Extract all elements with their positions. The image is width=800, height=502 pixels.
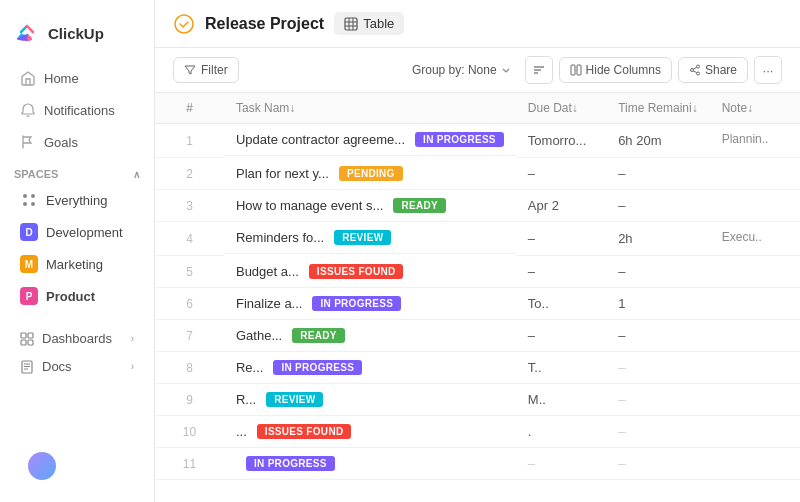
table-row[interactable]: 7Gathe...READY–– — [155, 320, 800, 352]
row-time-remaining: – — [606, 448, 710, 480]
task-name: ... — [236, 424, 247, 439]
sidebar-container: ClickUp Home Notifications Goals Sp — [0, 0, 155, 502]
svg-rect-7 — [28, 340, 33, 345]
svg-rect-5 — [28, 333, 33, 338]
row-time-remaining: 6h 20m — [606, 124, 710, 158]
share-label: Share — [705, 63, 737, 77]
table-row[interactable]: 3How to manage event s...READYApr 2– — [155, 190, 800, 222]
row-task: How to manage event s...READY — [224, 190, 516, 222]
row-notes — [710, 158, 800, 190]
clickup-logo-icon — [14, 20, 40, 46]
flag-icon — [20, 134, 36, 150]
sidebar-item-goals[interactable]: Goals — [6, 127, 148, 157]
status-badge: READY — [393, 198, 446, 213]
row-due-date: – — [516, 448, 606, 480]
svg-line-26 — [693, 67, 696, 69]
share-button[interactable]: Share — [678, 57, 748, 83]
col-header-due[interactable]: Due Dat↓ — [516, 93, 606, 124]
hide-columns-button[interactable]: Hide Columns — [559, 57, 672, 83]
task-name: Update contractor agreeme... — [236, 132, 405, 147]
svg-point-2 — [23, 202, 27, 206]
row-num: 10 — [155, 416, 224, 448]
row-due-date: To.. — [516, 288, 606, 320]
svg-rect-13 — [345, 18, 357, 30]
row-time-remaining: 2h — [606, 222, 710, 256]
row-task: Reminders fo...REVIEW — [224, 222, 516, 254]
svg-point-25 — [690, 69, 693, 72]
table-row[interactable]: 1Update contractor agreeme...IN PROGRESS… — [155, 124, 800, 158]
status-badge: IN PROGRESS — [312, 296, 401, 311]
home-icon — [20, 70, 36, 86]
toolbar: Filter Group by: None — [155, 48, 800, 93]
row-time-remaining: – — [606, 352, 710, 384]
sidebar-item-notifications[interactable]: Notifications — [6, 95, 148, 125]
table-view-tab[interactable]: Table — [334, 12, 404, 35]
sidebar-item-dashboards[interactable]: Dashboards › — [6, 325, 148, 352]
spaces-section-title: Spaces ∧ — [0, 158, 154, 184]
row-time-remaining: – — [606, 384, 710, 416]
product-dot: P — [20, 287, 38, 305]
status-badge: IN PROGRESS — [273, 360, 362, 375]
task-name: Plan for next y... — [236, 166, 329, 181]
task-name: How to manage event s... — [236, 198, 383, 213]
col-header-notes[interactable]: Note↓ — [710, 93, 800, 124]
row-num: 4 — [155, 222, 224, 256]
row-due-date: – — [516, 320, 606, 352]
task-name: Budget a... — [236, 264, 299, 279]
sidebar-item-docs[interactable]: Docs › — [6, 353, 148, 380]
avatar[interactable] — [28, 452, 56, 480]
row-time-remaining: – — [606, 190, 710, 222]
task-name: R... — [236, 392, 256, 407]
table-row[interactable]: 10...ISSUES FOUND.– — [155, 416, 800, 448]
row-num: 1 — [155, 124, 224, 158]
dashboards-arrow: › — [131, 333, 134, 344]
spaces-collapse-arrow[interactable]: ∧ — [133, 169, 140, 180]
svg-point-24 — [696, 72, 699, 75]
col-header-task[interactable]: Task Nam↓ — [224, 93, 516, 124]
table-view-label: Table — [363, 16, 394, 31]
table-row[interactable]: 11IN PROGRESS–– — [155, 448, 800, 480]
sidebar-item-product[interactable]: P Product — [6, 281, 148, 311]
sidebar-item-home-label: Home — [44, 71, 79, 86]
filter-button[interactable]: Filter — [173, 57, 239, 83]
col-header-num: # — [155, 93, 224, 124]
row-notes — [710, 416, 800, 448]
group-by-label: Group by: None — [412, 63, 497, 77]
sidebar-item-everything[interactable]: Everything — [6, 185, 148, 215]
task-name: Gathe... — [236, 328, 282, 343]
dashboard-icon — [20, 332, 34, 346]
filter-icon — [184, 64, 196, 76]
svg-rect-22 — [577, 65, 581, 75]
task-name: Reminders fo... — [236, 230, 324, 245]
task-table: # Task Nam↓ Due Dat↓ Time R — [155, 93, 800, 480]
sidebar-item-home[interactable]: Home — [6, 63, 148, 93]
row-time-remaining: – — [606, 256, 710, 288]
row-task: IN PROGRESS — [224, 448, 516, 480]
group-by-chevron — [501, 65, 511, 75]
svg-point-1 — [31, 194, 35, 198]
sidebar-item-development-label: Development — [46, 225, 123, 240]
sidebar-item-marketing[interactable]: M Marketing — [6, 249, 148, 279]
group-by-selector[interactable]: Group by: None — [404, 58, 519, 82]
sort-button[interactable] — [525, 56, 553, 84]
project-icon — [173, 13, 195, 35]
row-due-date: – — [516, 158, 606, 190]
app-logo[interactable]: ClickUp — [0, 12, 154, 62]
col-header-time[interactable]: Time Remaini↓ — [606, 93, 710, 124]
table-row[interactable]: 8Re...IN PROGRESST..– — [155, 352, 800, 384]
table-row[interactable]: 5Budget a...ISSUES FOUND–– — [155, 256, 800, 288]
row-task: Budget a...ISSUES FOUND — [224, 256, 516, 288]
row-notes — [710, 384, 800, 416]
table-row[interactable]: 9R...REVIEWM..– — [155, 384, 800, 416]
svg-rect-4 — [21, 333, 26, 338]
more-options-button[interactable]: ··· — [754, 56, 782, 84]
sidebar-item-notifications-label: Notifications — [44, 103, 115, 118]
table-row[interactable]: 4Reminders fo...REVIEW–2hExecu.. — [155, 222, 800, 256]
table-row[interactable]: 2Plan for next y...PENDING–– — [155, 158, 800, 190]
row-due-date: M.. — [516, 384, 606, 416]
table-row[interactable]: 6Finalize a...IN PROGRESSTo..1 — [155, 288, 800, 320]
task-name: Finalize a... — [236, 296, 302, 311]
row-num: 11 — [155, 448, 224, 480]
status-badge: ISSUES FOUND — [309, 264, 404, 279]
sidebar-item-development[interactable]: D Development — [6, 217, 148, 247]
